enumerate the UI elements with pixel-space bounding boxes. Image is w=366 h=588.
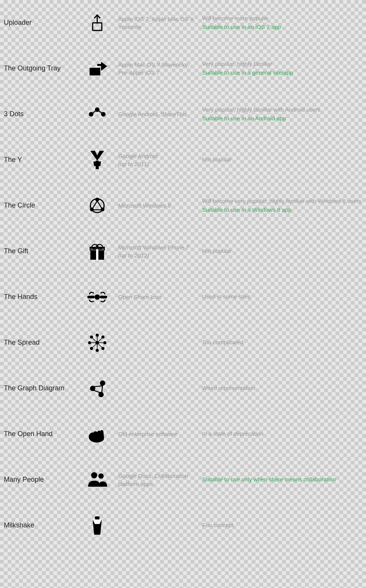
icon-name: The Graph Diagram [0, 384, 76, 392]
svg-rect-28 [100, 296, 107, 298]
svg-point-32 [88, 341, 91, 344]
icon-status: Very popular, highly familiar with Andro… [202, 105, 366, 123]
the-graph-icon [76, 379, 118, 398]
the-y-icon [76, 150, 118, 170]
svg-point-33 [103, 341, 106, 344]
status-description: Will become very popular; highly familia… [202, 197, 366, 206]
svg-rect-3 [97, 64, 103, 66]
icon-status: Not popular [202, 155, 366, 164]
three-dots-icon [76, 104, 118, 124]
icon-status: Suitable to use only when share means co… [202, 475, 366, 484]
svg-point-29 [95, 341, 99, 345]
svg-point-36 [90, 347, 93, 350]
icon-status: Will become very popular; highly familia… [202, 197, 366, 214]
svg-line-51 [102, 385, 103, 392]
icon-origin: Apple Mac OS X Mavericks, Pre-Apple iOS … [118, 61, 202, 77]
svg-marker-9 [90, 151, 104, 161]
the-open-hand-icon [76, 424, 118, 444]
suitable-label: Suitable to use in an Android app [202, 114, 366, 123]
suitable-label: Suitable to use in a Windows 8 app [202, 206, 366, 214]
svg-rect-54 [95, 516, 100, 519]
icon-origin: Apple iOS 7, Apple Mac OS X Yosemite [118, 15, 202, 31]
svg-line-42 [93, 338, 96, 341]
svg-point-34 [90, 336, 93, 339]
icon-name: The Open Hand [0, 430, 76, 438]
outgoing-tray-icon [76, 59, 118, 78]
svg-line-16 [93, 201, 97, 208]
icon-origin: Open Share Icon [118, 293, 202, 301]
status-description: In a state of deprecation [202, 430, 366, 438]
icon-name: 3 Dots [0, 110, 76, 118]
svg-point-26 [95, 294, 100, 300]
table-row: The Y Google Android(up to 2011)Not popu… [0, 137, 366, 183]
icon-name: The Circle [0, 201, 76, 209]
icon-status: Very popular, highly familiarSuitable to… [202, 60, 366, 77]
svg-point-52 [91, 472, 97, 478]
icon-name: Many People [0, 476, 76, 484]
svg-marker-2 [101, 62, 107, 71]
icon-name: The Y [0, 156, 76, 164]
svg-line-49 [93, 386, 103, 387]
status-description: Very popular, highly familiar with Andro… [202, 105, 366, 114]
icon-status: Not popular [202, 247, 366, 256]
svg-point-53 [98, 473, 104, 479]
suitable-label: Suitable to use in an iOS 7 app [202, 23, 366, 32]
svg-point-37 [101, 347, 104, 350]
icon-name: The Outgoing Tray [0, 64, 76, 72]
the-gift-icon [76, 241, 118, 261]
icon-origin: Microsoft Windows 8 [118, 201, 202, 209]
icon-status: In a state of deprecation [202, 430, 366, 438]
svg-line-43 [99, 338, 102, 341]
icon-name: The Hands [0, 293, 76, 301]
table-row: 3 Dots Google Android, ShareThisVery pop… [0, 91, 366, 137]
the-hands-icon [76, 287, 118, 307]
icon-origin: Google Android, ShareThis [118, 110, 202, 118]
status-description: Fun concept [202, 521, 366, 530]
status-description: Too complicated [202, 338, 366, 347]
svg-line-17 [97, 201, 102, 208]
svg-point-31 [96, 349, 99, 352]
svg-point-35 [101, 336, 104, 339]
svg-line-44 [93, 344, 96, 347]
the-spread-icon [76, 333, 118, 353]
uploader-icon [76, 13, 118, 33]
table-row: The Outgoing Tray Apple Mac OS X Maveric… [0, 46, 366, 91]
icon-name: Milkshake [0, 521, 76, 529]
svg-point-25 [96, 246, 98, 248]
suitable-label: Suitable to use only when share means co… [202, 475, 366, 484]
icon-origin: Microsoft Windows Phone 7(up to 2012) [118, 243, 202, 259]
icon-origin: Google Android(up to 2011) [118, 152, 202, 168]
table-row: Milkshake Fun concept [0, 503, 366, 548]
svg-rect-27 [87, 296, 95, 298]
svg-marker-11 [93, 161, 101, 166]
status-description: Will become more popular [202, 14, 366, 23]
icon-name: The Spread [0, 339, 76, 347]
status-description: Very popular, highly familiar [202, 60, 366, 69]
table-row: The Gift Microsoft Windows Phone 7(up to… [0, 228, 366, 274]
table-row: The Spread Too complicated [0, 320, 366, 366]
share-icons-table: Uploader Apple iOS 7, Apple Mac OS X Yos… [0, 0, 366, 548]
icon-status: Weird representation [202, 384, 366, 393]
milkshake-icon [76, 516, 118, 535]
svg-point-30 [96, 334, 99, 337]
table-row: The Graph Diagram Weird representation [0, 366, 366, 411]
icon-origin: Old enterprise software [118, 430, 202, 438]
icon-status: Fun concept [202, 521, 366, 530]
table-row: The Hands Open Share IconUsed in some si… [0, 274, 366, 320]
svg-rect-1 [90, 68, 100, 75]
table-row: The Circle Microsoft Windows 8Will becom… [0, 183, 366, 228]
icon-name: The Gift [0, 247, 76, 255]
suitable-label: Suitable to use in a general site/app [202, 69, 366, 77]
status-description: Used in some sites [202, 292, 366, 301]
icon-name: Uploader [0, 19, 76, 27]
svg-line-7 [91, 110, 97, 114]
many-people-icon [76, 470, 118, 490]
table-row: The Open Hand Old enterprise softwareIn … [0, 411, 366, 457]
status-description: Not popular [202, 155, 366, 164]
icon-origin: Google Docs, Collaboration platform apps [118, 472, 202, 488]
status-description: Weird representation [202, 384, 366, 393]
svg-point-46 [100, 380, 105, 386]
the-circle-icon [76, 196, 118, 216]
table-row: Uploader Apple iOS 7, Apple Mac OS X Yos… [0, 0, 366, 46]
svg-line-8 [97, 110, 103, 114]
